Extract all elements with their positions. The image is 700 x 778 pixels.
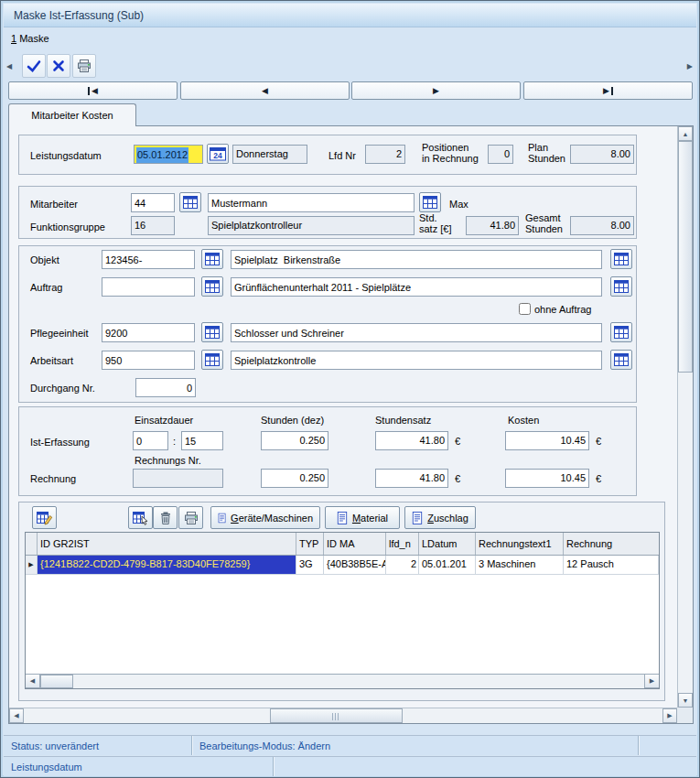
ist-stundensatz-field[interactable]: 41.80 <box>375 431 448 450</box>
active-field-name: Leistungsdatum <box>11 762 82 773</box>
mitarbeiter-nr-input[interactable] <box>131 193 175 212</box>
mitarbeiter-name-lookup-button[interactable] <box>419 192 441 212</box>
scroll-left-button[interactable]: ◀ <box>9 708 24 723</box>
document-icon <box>337 512 348 524</box>
grid-data-row[interactable]: ▶ {1241B822-CD2D-4799-B817-83D40FE78259}… <box>26 556 659 575</box>
pflegeeinheit-nr-lookup-button[interactable] <box>201 322 223 342</box>
pflegeeinheit-name-input[interactable] <box>231 323 602 342</box>
confirm-button[interactable] <box>22 54 46 78</box>
grid-hscroll-thumb[interactable] <box>40 675 73 688</box>
edit-record-button[interactable] <box>32 506 57 529</box>
material-button[interactable]: Material <box>325 506 400 529</box>
cell-ldatum[interactable]: 05.01.201 <box>419 556 476 574</box>
nav-last-button[interactable]: ▶ <box>523 81 693 100</box>
panel-vscrollbar[interactable]: ▲ ▼ <box>677 126 693 708</box>
durchgang-nr-input[interactable] <box>135 378 196 397</box>
cell-lfd-n[interactable]: 2 <box>386 556 419 574</box>
grid-header-row: ID GR2IST TYP ID MA lfd_n LDatum Rechnun… <box>26 533 659 556</box>
select-record-button[interactable] <box>128 506 153 529</box>
rechnung-stundensatz-field[interactable]: 41.80 <box>375 469 448 488</box>
nav-first-glyph: ◀ <box>92 86 98 95</box>
cell-id-ma[interactable]: {40B38B5E-A4 <box>324 556 386 574</box>
arbeitsart-nr-lookup-button[interactable] <box>201 350 223 370</box>
arbeitsart-nr-input[interactable] <box>102 351 195 370</box>
auftrag-label: Auftrag <box>30 282 62 293</box>
calendar-button[interactable] <box>207 144 229 164</box>
grid-scroll-right-button[interactable]: ▶ <box>644 675 659 688</box>
auftrag-name-input[interactable] <box>231 277 602 297</box>
auftrag-nr-input[interactable] <box>102 277 195 297</box>
cell-rechnung[interactable]: 12 Pausch <box>564 556 659 574</box>
leistungsdatum-selection: 05.01.2012 <box>136 147 188 163</box>
print-button[interactable] <box>72 54 96 78</box>
modus-segment: Bearbeitungs-Modus: Ändern <box>192 736 639 755</box>
grid-hscrollbar[interactable]: ◀ ▶ <box>26 674 659 688</box>
dauer-stunden-input[interactable] <box>133 431 168 450</box>
scroll-up-button[interactable]: ▲ <box>678 126 693 141</box>
rechnung-kosten-field[interactable]: 10.45 <box>505 469 589 488</box>
record-nav-row: ◀ ◀ ▶ ▶ <box>4 81 696 101</box>
delete-record-button[interactable] <box>153 506 178 529</box>
nav-first-button[interactable]: ◀ <box>8 81 178 100</box>
detail-grid[interactable]: ID GR2IST TYP ID MA lfd_n LDatum Rechnun… <box>25 532 660 689</box>
app-window: 24 <box>0 0 700 778</box>
auftrag-name-lookup-button[interactable] <box>610 276 632 297</box>
grid-header-ldatum[interactable]: LDatum <box>419 533 476 555</box>
grid-header-rechnungstext1[interactable]: Rechnungstext1 <box>476 533 564 555</box>
objekt-nr-lookup-button[interactable] <box>201 249 223 269</box>
arbeitsart-name-input[interactable] <box>231 351 602 370</box>
material-accel: M <box>352 513 361 524</box>
cell-typ[interactable]: 3G <box>296 556 324 574</box>
vscroll-thumb[interactable] <box>678 141 693 373</box>
scroll-right-button[interactable]: ▶ <box>662 708 677 723</box>
leistungsdatum-input[interactable]: 05.01.2012 <box>134 145 203 164</box>
ohne-auftrag-checkbox[interactable] <box>519 303 531 315</box>
rechnung-label: Rechnung <box>30 473 76 484</box>
objekt-nr-input[interactable] <box>102 250 195 269</box>
print-detail-button[interactable] <box>178 506 203 529</box>
mitarbeiter-name-input[interactable] <box>208 193 415 212</box>
cell-id-gr2ist[interactable]: {1241B822-CD2D-4799-B817-83D40FE78259} <box>38 556 296 574</box>
einsatzdauer-column-label: Einsatzdauer <box>135 415 193 426</box>
objekt-label: Objekt <box>30 254 59 265</box>
grid-header-typ[interactable]: TYP <box>296 533 324 555</box>
scroll-down-button[interactable]: ▼ <box>678 693 693 708</box>
dauer-separator: : <box>173 436 176 447</box>
nav-bar <box>88 87 90 95</box>
hscroll-thumb[interactable] <box>270 708 403 723</box>
grid-scroll-left-button[interactable]: ◀ <box>26 675 40 688</box>
cell-rechnungstext1[interactable]: 3 Maschinen <box>476 556 564 574</box>
dauer-minuten-input[interactable] <box>181 431 223 450</box>
grid-header-id-gr2ist[interactable]: ID GR2IST <box>38 533 296 555</box>
nav-previous-button[interactable]: ◀ <box>180 81 350 100</box>
table-grid-icon <box>614 253 629 265</box>
zuschlag-button[interactable]: Zuschlag <box>404 506 476 529</box>
objekt-name-lookup-button[interactable] <box>610 249 632 269</box>
ist-kosten-field[interactable]: 10.45 <box>505 431 589 450</box>
menu-maske[interactable]: 1 Maske <box>4 27 57 49</box>
pflegeeinheit-name-lookup-button[interactable] <box>610 322 632 342</box>
ist-stunden-dez-field[interactable]: 0.250 <box>261 431 328 450</box>
arbeitsart-name-lookup-button[interactable] <box>610 350 632 370</box>
plan-label-line1: Plan <box>528 142 565 153</box>
nav-bar <box>611 87 613 95</box>
geraete-maschinen-button[interactable]: Geräte/Maschinen <box>210 506 320 529</box>
grid-header-rechnung[interactable]: Rechnung <box>564 533 659 555</box>
pflegeeinheit-nr-input[interactable] <box>102 323 195 342</box>
gesamt-label-line1: Gesamt <box>525 212 563 223</box>
wochentag-field: Donnerstag <box>232 145 307 164</box>
plan-stunden-label: Plan Stunden <box>528 142 565 164</box>
rechnung-stunden-dez-field[interactable]: 0.250 <box>261 469 328 488</box>
grid-header-id-ma[interactable]: ID MA <box>324 533 386 555</box>
objekt-name-input[interactable] <box>231 250 602 269</box>
cancel-button[interactable] <box>47 54 70 78</box>
auftrag-nr-lookup-button[interactable] <box>201 276 223 297</box>
tab-mitarbeiter-kosten[interactable]: Mitarbeiter Kosten <box>8 103 136 126</box>
mitarbeiter-nr-lookup-button[interactable] <box>179 192 201 212</box>
grid-header-lfd-n[interactable]: lfd_n <box>386 533 419 555</box>
panel-hscrollbar[interactable]: ◀ ▶ <box>9 708 677 723</box>
table-grid-icon <box>614 280 629 293</box>
menubar: 1 Maske <box>4 27 696 50</box>
nav-next-button[interactable]: ▶ <box>351 81 521 100</box>
nav-previous-icon: ◀ <box>181 82 349 99</box>
